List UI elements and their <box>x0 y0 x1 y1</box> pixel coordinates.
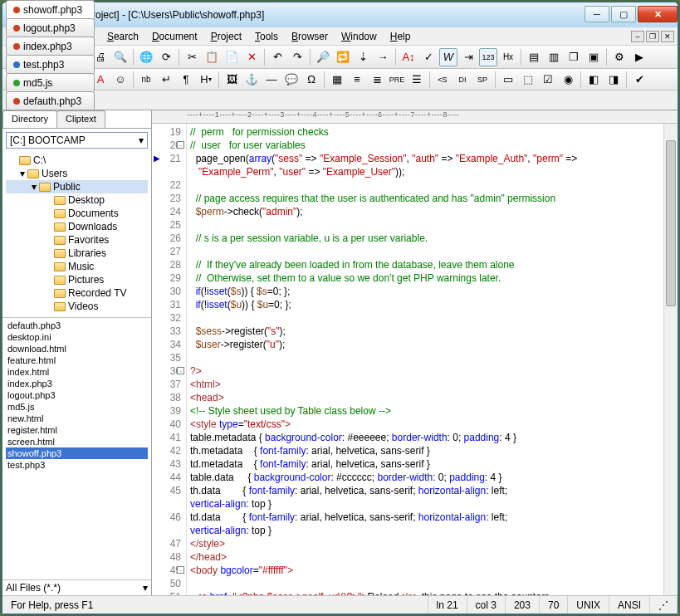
form-button[interactable]: ▭ <box>499 71 517 89</box>
file-item[interactable]: screen.html <box>6 436 148 447</box>
tree-item[interactable]: Music <box>6 260 148 273</box>
hex-button[interactable]: Hx <box>499 48 517 66</box>
tree-item[interactable]: Recorded TV <box>6 286 148 300</box>
object-button[interactable]: ◧ <box>585 71 603 89</box>
center-button[interactable]: ≡ <box>348 71 366 89</box>
file-item[interactable]: logout.php3 <box>6 389 148 401</box>
spell-button[interactable]: ✓ <box>419 48 438 66</box>
file-item[interactable]: index.php3 <box>6 378 148 389</box>
code-area[interactable]: 1920-▶21222324252627282930313233343536-3… <box>152 124 678 595</box>
file-item[interactable]: index.html <box>6 366 148 378</box>
mdi-close-button[interactable]: ✕ <box>661 31 674 42</box>
line-number-button[interactable]: 123 <box>479 48 497 66</box>
document-tab[interactable]: test.php3 <box>6 55 95 73</box>
nbsp-button[interactable]: nb <box>137 71 155 89</box>
cascade-button[interactable]: ❐ <box>565 48 583 66</box>
settings-button[interactable]: ⚙ <box>610 48 629 66</box>
tile-h-button[interactable]: ▤ <box>525 48 543 66</box>
drive-selector[interactable]: [C:] BOOTCAMP ▾ <box>6 132 148 149</box>
refresh-button[interactable]: ⟳ <box>157 48 175 66</box>
fullscreen-button[interactable]: ▣ <box>585 48 603 66</box>
tree-item[interactable]: Pictures <box>6 273 148 286</box>
file-filter[interactable]: All Files (*.*) ▾ <box>2 579 151 595</box>
browser-button[interactable]: 🌐 <box>137 48 155 66</box>
expand-icon[interactable]: ▾ <box>20 168 25 179</box>
sidebar-tab-directory[interactable]: Directory <box>2 110 57 128</box>
menu-browser[interactable]: Browser <box>285 29 335 44</box>
tree-item[interactable]: Desktop <box>6 193 148 207</box>
document-tab[interactable]: showoff.php3 <box>6 0 95 18</box>
menu-help[interactable]: Help <box>384 29 418 44</box>
paragraph-button[interactable]: ¶ <box>177 71 195 89</box>
tree-item[interactable]: Favorites <box>6 233 148 247</box>
file-item[interactable]: md5.js <box>6 401 148 413</box>
menu-search[interactable]: Search <box>100 29 145 44</box>
code-text[interactable]: // perm for permission checks// user for… <box>187 124 678 595</box>
mdi-minimize-button[interactable]: – <box>631 31 644 42</box>
file-item[interactable]: showoff.php3 <box>6 447 148 459</box>
undo-button[interactable]: ↶ <box>268 48 286 66</box>
checkbox-button[interactable]: ☑ <box>539 71 557 89</box>
table-button[interactable]: ▦ <box>328 71 346 89</box>
print-preview-button[interactable]: 🔍 <box>111 48 130 66</box>
find-button[interactable]: 🔎 <box>314 48 332 66</box>
tree-item[interactable]: ▾Public <box>6 180 148 193</box>
left-button[interactable]: ≣ <box>368 71 386 89</box>
sidebar-tab-cliptext[interactable]: Cliptext <box>56 110 105 128</box>
tree-item[interactable]: Documents <box>6 207 148 220</box>
emoji-button[interactable]: ☺ <box>111 71 130 89</box>
div-button[interactable]: DI <box>453 71 472 89</box>
vertical-scrollbar[interactable] <box>663 124 678 595</box>
file-item[interactable]: register.html <box>6 424 148 436</box>
tree-item[interactable]: Downloads <box>6 220 148 233</box>
minimize-button[interactable]: ─ <box>585 6 609 22</box>
char-button[interactable]: Ω <box>302 71 320 89</box>
maximize-button[interactable]: ▢ <box>611 6 636 22</box>
resize-grip[interactable]: ⋰ <box>650 596 678 614</box>
expand-icon[interactable]: ▾ <box>32 181 37 193</box>
fold-icon[interactable]: - <box>177 141 184 149</box>
menu-document[interactable]: Document <box>145 29 204 44</box>
image-button[interactable]: 🖼 <box>223 71 241 89</box>
tree-item[interactable]: Libraries <box>6 247 148 260</box>
document-tab[interactable]: defauth.php3 <box>6 91 95 110</box>
delete-button[interactable]: ✕ <box>242 48 261 66</box>
fold-icon[interactable]: - <box>177 566 184 574</box>
break-button[interactable]: ↵ <box>157 71 175 89</box>
font-button[interactable]: A↕ <box>399 48 418 66</box>
goto-button[interactable]: → <box>374 48 392 66</box>
document-tab[interactable]: md5.js <box>6 73 95 91</box>
script-button[interactable]: <S <box>433 71 452 89</box>
cut-button[interactable]: ✂ <box>183 48 201 66</box>
file-item[interactable]: defauth.php3 <box>6 320 148 331</box>
mdi-restore-button[interactable]: ❐ <box>646 31 659 42</box>
document-tab[interactable]: index.php3 <box>6 37 95 55</box>
fold-icon[interactable]: - <box>177 367 184 374</box>
file-item[interactable]: download.html <box>6 343 148 354</box>
run-button[interactable]: ▶ <box>630 48 648 66</box>
pre-button[interactable]: PRE <box>388 71 406 89</box>
tree-item[interactable]: C:\ <box>6 154 148 167</box>
menu-window[interactable]: Window <box>335 29 384 44</box>
validate-button[interactable]: ✔ <box>630 71 648 89</box>
anchor-button[interactable]: ⚓ <box>242 71 261 89</box>
find-next-button[interactable]: ⇣ <box>354 48 372 66</box>
file-item[interactable]: new.html <box>6 413 148 424</box>
menu-project[interactable]: Project <box>204 29 248 44</box>
tile-v-button[interactable]: ▥ <box>545 48 563 66</box>
file-item[interactable]: desktop.ini <box>6 331 148 343</box>
scrollbar-thumb[interactable] <box>666 140 676 306</box>
file-item[interactable]: feature.html <box>6 354 148 366</box>
copy-button[interactable]: 📋 <box>203 48 221 66</box>
file-item[interactable]: test.php3 <box>6 459 148 471</box>
list-button[interactable]: ☰ <box>408 71 426 89</box>
comment-button[interactable]: 💬 <box>282 71 301 89</box>
heading-button[interactable]: H▾ <box>197 71 215 89</box>
replace-button[interactable]: 🔁 <box>334 48 352 66</box>
titlebar[interactable]: EditPlus [My Project] - [C:\Users\Public… <box>2 2 678 27</box>
span-button[interactable]: SP <box>473 71 492 89</box>
file-list[interactable]: defauth.php3desktop.inidownload.htmlfeat… <box>2 318 151 579</box>
redo-button[interactable]: ↷ <box>288 48 306 66</box>
document-tab[interactable]: logout.php3 <box>6 18 95 37</box>
radio-button[interactable]: ◉ <box>559 71 577 89</box>
